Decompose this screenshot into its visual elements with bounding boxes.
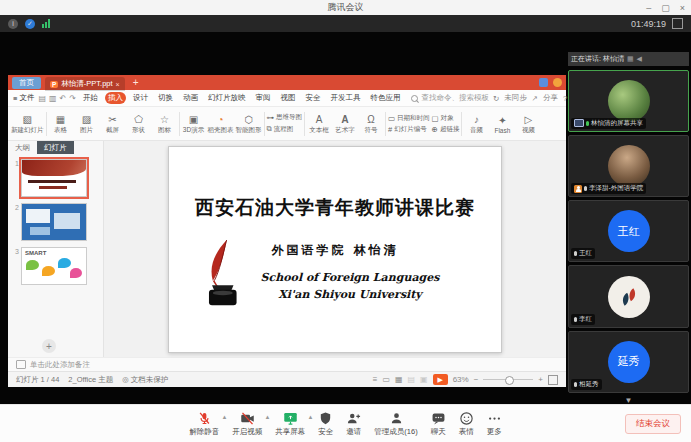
slides-tab[interactable]: 幻灯片: [37, 141, 74, 154]
ribbon-flowchart[interactable]: ⧉流程图: [267, 124, 303, 134]
ribbon-textbox[interactable]: A文本框: [307, 113, 331, 135]
video-options-caret[interactable]: ▲: [264, 414, 270, 420]
zoom-slider-knob[interactable]: [505, 376, 514, 385]
ribbon-video[interactable]: ▷视频: [516, 113, 540, 135]
layout-grid-icon[interactable]: ▦: [627, 55, 634, 63]
print-icon[interactable]: ▥: [49, 94, 57, 103]
participant-tile-screen-share[interactable]: 林怡清的屏幕共享: [568, 70, 689, 132]
end-meeting-button[interactable]: 结束会议: [625, 414, 681, 434]
protect-status[interactable]: 文档未保护: [131, 375, 169, 385]
start-video-button[interactable]: ▲ 开启视频: [232, 411, 262, 437]
ribbon-chart[interactable]: ◔稻壳图表: [208, 113, 234, 135]
redo-icon[interactable]: ↷: [69, 94, 76, 103]
ribbon-3d[interactable]: ▣3D演示: [182, 113, 206, 135]
ribbon-audio[interactable]: ♪音频: [464, 113, 488, 135]
menu-tab-insert[interactable]: 插入: [105, 92, 126, 104]
ribbon-picture[interactable]: ▨图片: [75, 113, 99, 135]
zoom-level[interactable]: 63%: [453, 375, 469, 384]
unmute-button[interactable]: ▲ 解除静音: [189, 411, 219, 437]
ribbon-new-slide[interactable]: ▧新建幻灯片: [11, 113, 44, 135]
network-signal-icon[interactable]: [42, 19, 50, 28]
menu-tab-view[interactable]: 视图: [277, 92, 298, 104]
ribbon-mindmap[interactable]: ⊶思维导图: [267, 113, 303, 122]
menu-tab-devtools[interactable]: 开发工具: [327, 92, 363, 104]
participant-tile-host[interactable]: 李泽甜-外国语学院: [568, 135, 689, 197]
member-icon[interactable]: [553, 78, 562, 87]
close-button[interactable]: ×: [680, 3, 685, 13]
file-menu[interactable]: ≡ 文件: [13, 93, 34, 103]
search-box[interactable]: 查找命令、搜索模板: [411, 93, 489, 103]
chat-button[interactable]: 聊天: [431, 411, 446, 437]
menu-tab-slideshow[interactable]: 幻灯片放映: [205, 92, 249, 104]
user-avatar-icon[interactable]: [539, 78, 548, 87]
document-tab-title: 林怡清-PPT.ppt: [61, 79, 112, 89]
slide-sorter-icon[interactable]: ▦: [395, 375, 403, 384]
menu-tab-start[interactable]: 开始: [80, 92, 101, 104]
ribbon-table[interactable]: ▦表格: [49, 113, 73, 135]
minimize-button[interactable]: –: [646, 3, 651, 13]
share-button[interactable]: 分享: [543, 93, 558, 103]
participant-tile[interactable]: 李红: [568, 265, 689, 327]
menu-tab-animation[interactable]: 动画: [180, 92, 201, 104]
show-view-icon[interactable]: ▣: [420, 375, 428, 384]
sync-status[interactable]: 未同步: [504, 93, 527, 103]
participant-tile[interactable]: 延秀 相延秀: [568, 331, 689, 393]
ribbon-slidenumber[interactable]: #幻灯片编号: [388, 125, 430, 134]
collapse-sidebar-icon[interactable]: ◀: [637, 55, 642, 63]
tab-close-icon[interactable]: ×: [116, 81, 120, 88]
reading-view-icon[interactable]: ▤: [408, 375, 416, 384]
meeting-security-icon[interactable]: ✓: [25, 19, 35, 29]
meeting-info-bar: i ✓ 01:49:19: [0, 15, 691, 32]
ribbon-screenshot[interactable]: ✂截屏: [101, 113, 125, 135]
share-options-caret[interactable]: ▲: [307, 414, 313, 420]
zoom-out-icon[interactable]: −: [474, 375, 479, 384]
wps-home-button[interactable]: 首页: [12, 77, 41, 89]
emoji-button[interactable]: 表情: [459, 411, 474, 437]
play-slideshow-button[interactable]: ▶: [433, 374, 448, 385]
fullscreen-icon[interactable]: [672, 18, 683, 29]
outline-tab[interactable]: 大纲: [8, 141, 37, 154]
ribbon-object[interactable]: ▢对象: [432, 114, 460, 123]
zoom-in-icon[interactable]: +: [538, 375, 543, 384]
help-icon[interactable]: ?: [563, 94, 567, 103]
invite-button[interactable]: 邀请: [346, 411, 361, 437]
fit-slide-icon[interactable]: [548, 375, 558, 385]
undo-icon[interactable]: ↶: [60, 94, 67, 103]
new-tab-button[interactable]: +: [129, 77, 143, 88]
meeting-info-icon[interactable]: i: [8, 19, 18, 29]
ribbon-wordart[interactable]: 𝐀艺术字: [333, 113, 357, 135]
slide-thumbnail-3[interactable]: SMART: [21, 247, 87, 285]
menu-tab-apps[interactable]: 特色应用: [367, 92, 403, 104]
slide-title: 西安石油大学青年教师讲课比赛: [169, 195, 501, 221]
add-slide-button[interactable]: +: [42, 339, 56, 353]
ribbon-shapes[interactable]: ⬠形状: [127, 113, 151, 135]
slide-thumbnail-1[interactable]: [21, 159, 87, 197]
mic-options-caret[interactable]: ▲: [221, 414, 227, 420]
participant-tile[interactable]: 王红 王红: [568, 200, 689, 262]
ribbon-smartart[interactable]: ⬡智能图形: [236, 113, 262, 135]
ribbon-hyperlink[interactable]: ⊕超链接: [432, 125, 460, 134]
icon-library-icon: ☆: [160, 113, 169, 126]
maximize-button[interactable]: ▢: [661, 3, 670, 13]
more-button[interactable]: 更多: [487, 411, 502, 437]
zoom-slider[interactable]: [483, 379, 533, 380]
normal-view-icon[interactable]: ▭: [382, 375, 390, 384]
ribbon-flash[interactable]: ✦Flash: [490, 114, 514, 134]
ribbon-icons[interactable]: ☆图标: [153, 113, 177, 135]
save-icon[interactable]: ▤: [38, 94, 46, 103]
share-screen-button[interactable]: ▲ 共享屏幕: [275, 411, 305, 437]
picture-icon: ▨: [82, 113, 91, 126]
slide-editor[interactable]: 西安石油大学青年教师讲课比赛 外国语学院 林怡清 School of Forei…: [168, 146, 502, 353]
security-button[interactable]: 安全: [318, 411, 333, 437]
ribbon-symbol[interactable]: Ω符号: [359, 113, 383, 135]
slide-thumbnail-2[interactable]: [21, 203, 87, 241]
menu-tab-security[interactable]: 安全: [302, 92, 323, 104]
ribbon-datetime[interactable]: ▭日期和时间: [388, 114, 430, 123]
wps-document-tab[interactable]: P 林怡清-PPT.ppt ×: [45, 77, 125, 91]
notes-bar[interactable]: 单击此处添加备注: [8, 357, 566, 371]
notes-toggle-icon[interactable]: ≡: [373, 375, 378, 384]
menu-tab-design[interactable]: 设计: [130, 92, 151, 104]
manage-members-button[interactable]: 管理成员(16): [374, 411, 417, 437]
menu-tab-transition[interactable]: 切换: [155, 92, 176, 104]
menu-tab-review[interactable]: 审阅: [252, 92, 273, 104]
